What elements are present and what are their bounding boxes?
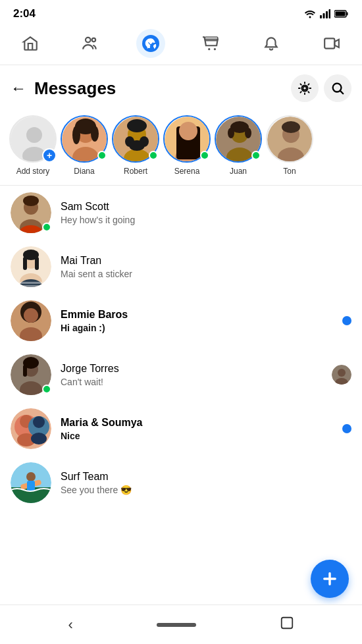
wifi-icon xyxy=(304,9,316,18)
svg-point-37 xyxy=(179,122,197,140)
svg-rect-5 xyxy=(347,13,348,16)
svg-rect-39 xyxy=(195,136,200,156)
online-dot-jorge xyxy=(42,385,51,394)
nav-video[interactable] xyxy=(317,29,346,58)
svg-point-14 xyxy=(303,86,307,90)
message-item[interactable]: Maria & Soumya Nice xyxy=(0,402,362,456)
nav-friends[interactable] xyxy=(76,29,105,58)
avatar-emmie xyxy=(11,300,51,341)
avatar-sam xyxy=(11,192,51,233)
gear-icon xyxy=(297,81,312,95)
svg-rect-2 xyxy=(326,11,328,18)
message-list: Sam Scott Hey how's it going xyxy=(0,186,362,510)
battery-icon xyxy=(334,10,349,18)
avatar-mai xyxy=(11,246,51,287)
msg-name-sam: Sam Scott xyxy=(61,201,351,213)
msg-name-jorge: Jorge Torres xyxy=(61,363,323,375)
home-indicator[interactable] xyxy=(157,623,196,627)
message-item[interactable]: Surf Team See you there 😎 xyxy=(0,456,362,510)
nav-marketplace[interactable] xyxy=(197,29,226,58)
system-back-button[interactable]: ‹ xyxy=(68,616,72,633)
svg-point-25 xyxy=(91,126,99,142)
story-add[interactable]: + Add story xyxy=(9,115,57,176)
search-icon xyxy=(330,81,345,95)
svg-rect-89 xyxy=(281,618,292,629)
story-robert[interactable]: Robert xyxy=(112,115,159,176)
msg-preview-jorge: Can't wait! xyxy=(61,377,323,387)
svg-rect-88 xyxy=(27,481,35,491)
svg-point-18 xyxy=(26,127,42,143)
nav-home[interactable] xyxy=(16,29,45,58)
story-robert-label: Robert xyxy=(124,167,147,176)
svg-point-45 xyxy=(245,128,251,138)
svg-point-49 xyxy=(282,121,300,133)
svg-point-7 xyxy=(86,38,91,43)
msg-preview-surf: See you there 😎 xyxy=(61,485,351,495)
svg-rect-0 xyxy=(320,15,322,18)
msg-preview-emmie: Hi again :) xyxy=(61,323,333,333)
svg-rect-59 xyxy=(20,282,42,284)
status-bar: 2:04 xyxy=(0,0,362,25)
svg-point-83 xyxy=(31,433,47,444)
online-indicator xyxy=(200,151,209,160)
avatar-surf xyxy=(11,462,51,503)
svg-point-44 xyxy=(228,128,234,138)
online-dot-sam xyxy=(42,223,51,232)
plus-icon xyxy=(321,570,339,588)
svg-point-53 xyxy=(23,196,39,206)
status-icons xyxy=(304,9,349,18)
stories-row: + Add story Diana xyxy=(0,109,362,186)
story-diana-label: Diana xyxy=(74,167,94,176)
header-left: ← Messages xyxy=(11,78,116,99)
story-ton-label: Ton xyxy=(283,167,296,176)
svg-rect-3 xyxy=(329,9,331,18)
recents-button[interactable] xyxy=(280,616,294,633)
story-juan-label: Juan xyxy=(230,167,247,176)
back-button[interactable]: ← xyxy=(11,79,26,97)
msg-preview-sam: Hey how's it going xyxy=(61,215,351,225)
nav-messenger[interactable] xyxy=(136,29,165,58)
svg-point-24 xyxy=(72,126,80,144)
message-item[interactable]: Jorge Torres Can't wait! xyxy=(0,348,362,402)
svg-rect-60 xyxy=(20,285,42,287)
story-serena[interactable]: Serena xyxy=(163,115,211,176)
nav-notifications[interactable] xyxy=(257,29,286,58)
msg-name-mai: Mai Tran xyxy=(61,255,351,267)
msg-name-emmie: Emmie Baros xyxy=(61,309,333,321)
msg-preview-mai: Mai sent a sticker xyxy=(61,269,351,279)
online-indicator xyxy=(97,151,107,160)
story-ton[interactable]: Ton xyxy=(266,115,313,176)
new-message-fab[interactable] xyxy=(311,560,349,598)
svg-rect-63 xyxy=(35,257,39,270)
svg-point-68 xyxy=(24,308,38,323)
svg-rect-13 xyxy=(324,38,334,48)
search-button[interactable] xyxy=(324,74,351,102)
message-item[interactable]: Sam Scott Hey how's it going xyxy=(0,186,362,240)
status-time: 2:04 xyxy=(13,7,36,20)
svg-rect-62 xyxy=(23,257,27,270)
reaction-thumbnail xyxy=(332,365,351,385)
msg-name-maria: Maria & Soumya xyxy=(61,417,333,429)
svg-point-87 xyxy=(26,472,36,481)
header: ← Messages xyxy=(0,65,362,109)
svg-point-29 xyxy=(127,119,147,132)
svg-rect-38 xyxy=(176,136,182,156)
msg-preview-maria: Nice xyxy=(61,431,333,441)
svg-point-75 xyxy=(338,369,346,377)
story-juan[interactable]: Juan xyxy=(215,115,262,176)
story-diana[interactable]: Diana xyxy=(61,115,108,176)
add-story-plus: + xyxy=(42,148,57,163)
unread-indicator-maria xyxy=(342,424,351,433)
svg-point-8 xyxy=(92,38,95,41)
svg-point-82 xyxy=(33,416,45,428)
svg-point-10 xyxy=(208,48,210,50)
message-item[interactable]: Mai Tran Mai sent a sticker xyxy=(0,240,362,294)
avatar-maria xyxy=(11,408,51,449)
unread-indicator-emmie xyxy=(342,316,351,325)
svg-point-11 xyxy=(214,48,216,50)
settings-button[interactable] xyxy=(291,74,319,102)
page-title: Messages xyxy=(34,78,116,99)
message-item[interactable]: Emmie Baros Hi again :) xyxy=(0,294,362,348)
svg-point-32 xyxy=(129,140,145,151)
story-serena-label: Serena xyxy=(174,167,200,176)
